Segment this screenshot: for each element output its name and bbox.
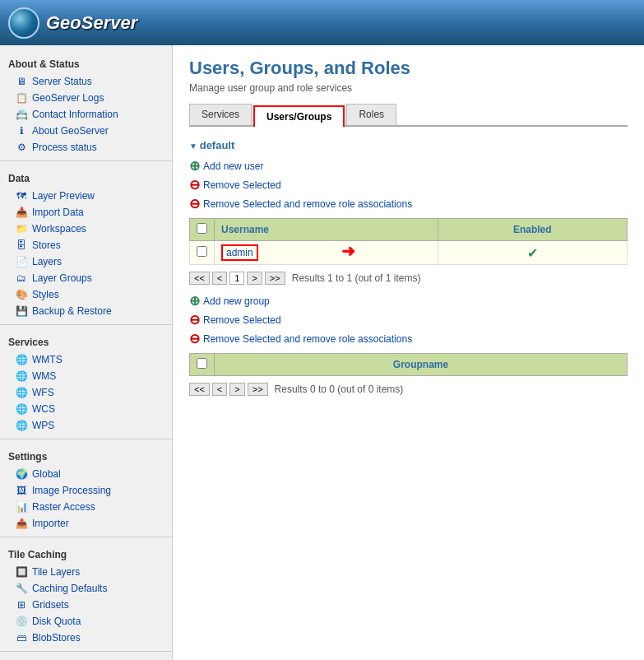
main-content: Users, Groups, and Roles Manage user gro… xyxy=(173,45,644,660)
remove-selected-role-assoc-link[interactable]: ⊖ Remove Selected and remove role associ… xyxy=(189,196,628,211)
users-table: Username Enabled admin xyxy=(189,218,628,265)
red-arrow-annotation: ➜ xyxy=(341,241,355,261)
tabs-bar: Services Users/Groups Roles xyxy=(189,104,628,127)
contact-icon: 📇 xyxy=(15,108,28,121)
users-table-header-username: Username xyxy=(215,219,438,241)
sidebar-item-geoserver-logs[interactable]: 📋 GeoServer Logs xyxy=(0,90,172,106)
sidebar-item-stores[interactable]: 🗄 Stores xyxy=(0,237,172,253)
groups-pagination-text: Results 0 to 0 (out of 0 items) xyxy=(275,383,404,395)
wfs-icon: 🌐 xyxy=(15,386,28,399)
enabled-checkmark-icon: ✔ xyxy=(527,246,538,260)
sidebar-item-layer-preview[interactable]: 🗺 Layer Preview xyxy=(0,188,172,204)
user-row-enabled: ✔ xyxy=(438,241,627,265)
tab-services[interactable]: Services xyxy=(189,104,252,125)
tab-roles[interactable]: Roles xyxy=(346,104,396,125)
layers-icon: 📄 xyxy=(15,255,28,268)
remove-role-assoc-icon: ⊖ xyxy=(189,196,200,211)
sidebar-section-tile-caching: Tile Caching xyxy=(0,542,172,564)
sidebar-section-security: Security xyxy=(0,657,172,660)
groups-next-page-button[interactable]: > xyxy=(229,383,244,396)
sidebar-item-layer-groups[interactable]: 🗂 Layer Groups xyxy=(0,270,172,286)
layer-groups-icon: 🗂 xyxy=(15,272,28,285)
users-table-container: ➜ Username Enabled xyxy=(189,218,628,265)
sidebar-section-data: Data xyxy=(0,166,172,188)
user-row-username: admin xyxy=(215,241,438,265)
sidebar-item-wmts[interactable]: 🌐 WMTS xyxy=(0,351,172,368)
users-section: default ⊕ Add new user ⊖ Remove Selected… xyxy=(189,139,628,396)
sidebar-item-wcs[interactable]: 🌐 WCS xyxy=(0,401,172,417)
sidebar-item-wms[interactable]: 🌐 WMS xyxy=(0,368,172,384)
add-new-group-link[interactable]: ⊕ Add new group xyxy=(189,293,628,309)
sidebar-item-blobstores[interactable]: 🗃 BlobStores xyxy=(0,630,172,646)
groups-table-header-groupname: Groupname xyxy=(215,354,628,376)
remove-selected-groups-link[interactable]: ⊖ Remove Selected xyxy=(189,312,628,328)
logo-text: GeoServer xyxy=(46,12,137,34)
sidebar-item-global[interactable]: 🌍 Global xyxy=(0,466,172,482)
remove-users-icon: ⊖ xyxy=(189,177,200,193)
users-last-page-button[interactable]: >> xyxy=(265,272,285,285)
groups-prev-page-button[interactable]: < xyxy=(212,383,227,396)
sidebar-item-raster-access[interactable]: 📊 Raster Access xyxy=(0,499,172,515)
about-icon: ℹ xyxy=(15,124,28,137)
select-all-users-checkbox[interactable] xyxy=(197,223,207,234)
sidebar-item-disk-quota[interactable]: 💿 Disk Quota xyxy=(0,613,172,630)
users-prev-page-button[interactable]: < xyxy=(212,272,227,285)
groups-table-header-check xyxy=(190,354,215,376)
importer-icon: 📤 xyxy=(15,517,28,530)
disk-quota-icon: 💿 xyxy=(15,615,28,628)
sidebar-item-wfs[interactable]: 🌐 WFS xyxy=(0,384,172,401)
group-actions: ⊕ Add new group ⊖ Remove Selected ⊖ Remo… xyxy=(189,293,628,346)
groups-pagination: << < > >> Results 0 to 0 (out of 0 items… xyxy=(189,383,628,396)
logo-globe-icon xyxy=(8,7,39,39)
add-new-user-link[interactable]: ⊕ Add new user xyxy=(189,158,628,174)
process-icon: ⚙ xyxy=(15,141,28,154)
caching-defaults-icon: 🔧 xyxy=(15,582,28,595)
wmts-icon: 🌐 xyxy=(15,353,28,366)
sidebar-item-caching-defaults[interactable]: 🔧 Caching Defaults xyxy=(0,580,172,597)
sidebar-item-tile-layers[interactable]: 🔲 Tile Layers xyxy=(0,564,172,580)
sidebar-item-contact-info[interactable]: 📇 Contact Information xyxy=(0,106,172,123)
admin-username-link[interactable]: admin xyxy=(226,247,253,258)
sidebar-item-layers[interactable]: 📄 Layers xyxy=(0,253,172,270)
default-section-header[interactable]: default xyxy=(189,139,628,151)
sidebar-item-image-processing[interactable]: 🖼 Image Processing xyxy=(0,482,172,499)
groups-last-page-button[interactable]: >> xyxy=(248,383,268,396)
users-table-header-enabled: Enabled xyxy=(438,219,627,241)
raster-icon: 📊 xyxy=(15,500,28,514)
sidebar-section-about: About & Status xyxy=(0,52,172,73)
users-next-page-button[interactable]: > xyxy=(247,272,262,285)
sidebar-item-process-status[interactable]: ⚙ Process status xyxy=(0,139,172,156)
select-all-groups-checkbox[interactable] xyxy=(197,358,207,369)
sidebar-item-import-data[interactable]: 📥 Import Data xyxy=(0,204,172,221)
workspaces-icon: 📁 xyxy=(15,222,28,235)
sidebar-item-gridsets[interactable]: ⊞ Gridsets xyxy=(0,597,172,613)
remove-selected-users-link[interactable]: ⊖ Remove Selected xyxy=(189,177,628,193)
gridsets-icon: ⊞ xyxy=(15,598,28,611)
sidebar-item-server-status[interactable]: 🖥 Server Status xyxy=(0,73,172,90)
sidebar-item-wps[interactable]: 🌐 WPS xyxy=(0,417,172,434)
users-first-page-button[interactable]: << xyxy=(189,272,210,285)
user-checkbox[interactable] xyxy=(197,246,207,257)
remove-selected-group-role-link[interactable]: ⊖ Remove Selected and remove role associ… xyxy=(189,331,628,346)
sidebar-item-about[interactable]: ℹ About GeoServer xyxy=(0,123,172,139)
admin-username-box: admin xyxy=(221,244,258,261)
image-processing-icon: 🖼 xyxy=(15,484,28,497)
sidebar: About & Status 🖥 Server Status 📋 GeoServ… xyxy=(0,45,173,660)
logs-icon: 📋 xyxy=(15,91,28,105)
table-row: admin ✔ xyxy=(190,241,628,265)
import-data-icon: 📥 xyxy=(15,206,28,219)
header: GeoServer xyxy=(0,0,644,45)
remove-group-role-icon: ⊖ xyxy=(189,331,200,346)
sidebar-item-backup-restore[interactable]: 💾 Backup & Restore xyxy=(0,303,172,319)
wps-icon: 🌐 xyxy=(15,419,28,432)
sidebar-item-styles[interactable]: 🎨 Styles xyxy=(0,286,172,303)
sidebar-item-importer[interactable]: 📤 Importer xyxy=(0,515,172,532)
tile-layers-icon: 🔲 xyxy=(15,565,28,579)
tab-users-groups[interactable]: Users/Groups xyxy=(253,105,345,127)
wms-icon: 🌐 xyxy=(15,370,28,383)
blobstores-icon: 🗃 xyxy=(15,631,28,644)
sidebar-item-workspaces[interactable]: 📁 Workspaces xyxy=(0,221,172,237)
sidebar-section-settings: Settings xyxy=(0,444,172,466)
users-table-header-check xyxy=(190,219,215,241)
groups-first-page-button[interactable]: << xyxy=(189,383,210,396)
